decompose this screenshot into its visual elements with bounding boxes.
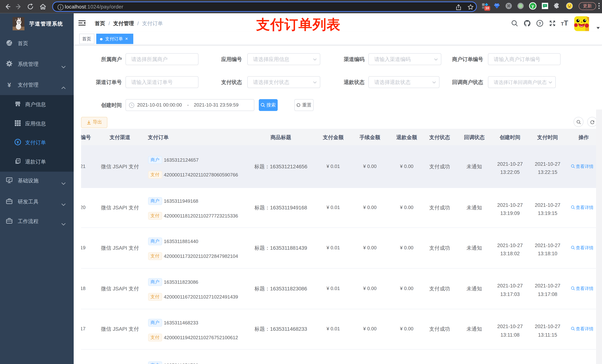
svg-text:¥: ¥ xyxy=(17,140,19,145)
svg-text:⌘: ⌘ xyxy=(507,3,511,8)
svg-text:?: ? xyxy=(538,21,541,26)
svg-text:y: y xyxy=(532,3,534,8)
